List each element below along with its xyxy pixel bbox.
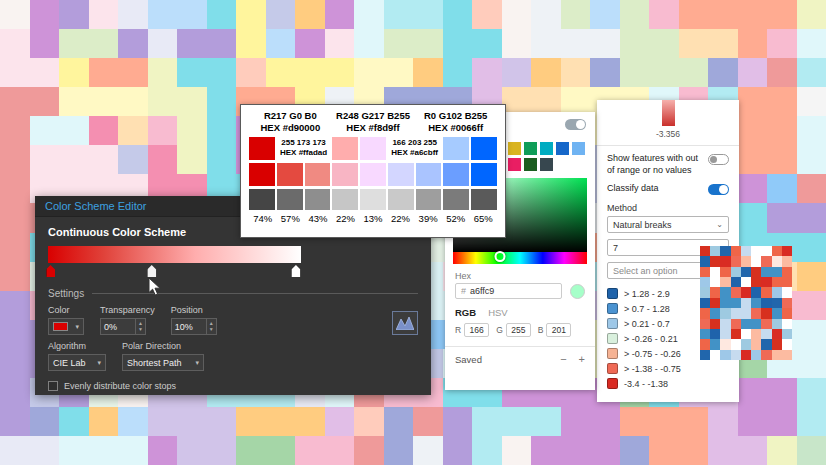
raster-cell [720,350,730,360]
spin-down-icon[interactable]: ▼ [209,327,214,332]
raster-cell [751,287,761,297]
picker-panel-toggle[interactable] [565,119,586,130]
mosaic-cell [0,320,30,349]
mosaic-cell [502,0,532,29]
mosaic-cell [679,407,709,436]
header-hex: HEX #d90000 [249,122,332,134]
chevron-down-icon: ▾ [75,323,79,331]
saved-color-swatch[interactable] [508,158,521,171]
saved-color-swatch[interactable] [540,142,553,155]
raster-cell [741,308,751,318]
mosaic-cell [0,29,30,58]
color-stop-handle[interactable] [147,265,156,277]
raster-cell [751,267,761,277]
evenly-distribute-checkbox[interactable] [48,381,58,391]
color-stop-track[interactable] [48,265,301,278]
mosaic-cell [30,29,60,58]
method-value: Natural breaks [613,220,672,230]
mosaic-cell [118,407,148,436]
mosaic-cell [797,378,826,407]
position-spinner[interactable]: 10% ▲▼ [171,318,217,335]
polar-direction-dropdown[interactable]: Shortest Path ▾ [122,354,204,371]
mosaic-cell [59,87,89,116]
out-of-range-toggle[interactable] [708,154,729,165]
saved-color-swatch[interactable] [556,142,569,155]
algorithm-dropdown[interactable]: CIE Lab ▾ [48,354,106,371]
raster-cell [751,246,761,256]
histogram-range-slider[interactable]: -3.356 [597,100,739,139]
raster-cell [761,246,771,256]
hex-input[interactable]: # a6ffc9 [455,283,562,299]
color-scheme-gradient-bar[interactable] [48,246,301,263]
saved-swatch-row [492,158,595,171]
color-header-middle: R248 G217 B255 HEX #f8d9ff [332,110,415,134]
mosaic-cell [354,29,384,58]
raster-cell [761,256,771,266]
raster-cell [741,256,751,266]
color-swatch [277,163,303,186]
class-range-label: > 0.7 - 1.28 [624,304,670,314]
raster-cell [700,350,710,360]
raster-cell [720,246,730,256]
mosaic-cell [797,233,826,262]
spinner-arrows[interactable]: ▲▼ [135,319,145,334]
polar-direction-label: Polar Direction [122,341,204,351]
saved-color-swatch[interactable] [572,142,585,155]
channel-r-input[interactable]: 166 [464,323,489,337]
stop-color-dropdown[interactable]: ▾ [48,318,84,335]
remove-saved-button[interactable]: − [560,353,566,365]
mosaic-cell [177,29,207,58]
saved-label: Saved [455,354,482,365]
tab-rgb[interactable]: RGB [455,307,476,318]
spin-down-icon[interactable]: ▼ [138,327,143,332]
mosaic-cell [767,436,797,465]
mosaic-cell [738,145,768,174]
class-color-chip [607,363,618,374]
mosaic-cell [590,29,620,58]
channel-g-input[interactable]: 255 [506,323,531,337]
channel-b-input[interactable]: 201 [546,323,571,337]
class-row[interactable]: > -1.38 - -0.75 [607,361,729,376]
histogram-button[interactable] [392,311,418,335]
add-saved-button[interactable]: + [579,353,585,365]
class-count-value: 7 [613,243,618,253]
saved-color-swatch[interactable] [540,158,553,171]
mosaic-cell [148,0,178,29]
raster-cell [772,277,782,287]
raster-cell [761,350,771,360]
raster-cell [741,319,751,329]
raster-cell [761,298,771,308]
toggle-knob [710,156,717,163]
header-rgb: R217 G0 B0 [249,110,332,122]
toggle-knob [576,120,585,129]
raster-cell [751,339,761,349]
mosaic-cell [797,407,826,436]
color-stop-handle[interactable] [291,265,300,277]
divider [92,293,418,294]
mosaic-cell [797,116,826,145]
mosaic-cell [354,0,384,29]
hex-value: a6ffc9 [470,286,494,296]
mosaic-cell [30,58,60,87]
class-row[interactable]: -3.4 - -1.38 [607,376,729,391]
mosaic-cell [207,116,237,145]
classify-data-toggle[interactable] [708,184,729,195]
saved-color-swatch[interactable] [524,158,537,171]
color-swatch [332,137,358,160]
color-stop-handle[interactable] [46,265,55,277]
tab-hsv[interactable]: HSV [488,307,508,318]
spinner-arrows[interactable]: ▲▼ [206,319,216,334]
hue-slider[interactable] [453,252,587,264]
mosaic-cell [0,174,30,203]
raster-cell [710,319,720,329]
hue-slider-thumb[interactable] [494,251,505,262]
mosaic-cell [177,436,207,465]
method-select[interactable]: Natural breaks ⌄ [607,216,729,233]
mosaic-cell [384,0,414,29]
raster-cell [772,287,782,297]
saved-color-swatch[interactable] [524,142,537,155]
contrast-percentage: 65% [469,213,497,224]
saved-color-swatch[interactable] [508,142,521,155]
transparency-spinner[interactable]: 0% ▲▼ [100,318,146,335]
position-label: Position [171,305,217,315]
